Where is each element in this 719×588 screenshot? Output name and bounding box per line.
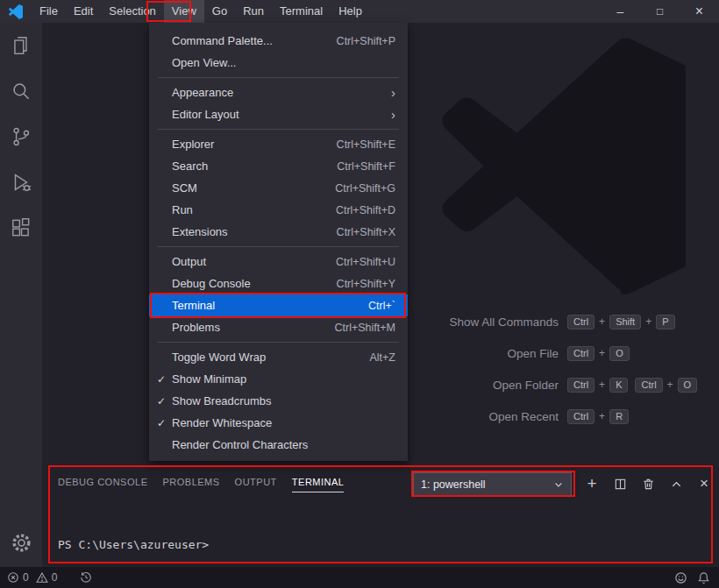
new-terminal-button[interactable]: + [581, 473, 602, 494]
terminal-select-value: 1: powershell [421, 478, 486, 491]
minimize-button[interactable]: – [601, 0, 640, 23]
menu-item-shortcut: Ctrl+Shift+F [337, 160, 395, 173]
window-controls: – □ × [601, 0, 719, 23]
maximize-panel-button[interactable] [666, 473, 687, 494]
menu-item-problems[interactable]: ✓ Problems Ctrl+Shift+M [149, 316, 408, 338]
warning-count: 0 [52, 571, 58, 584]
status-bar: 0 0 [0, 567, 719, 588]
check-icon: ✓ [157, 417, 172, 429]
menu-item-open-view[interactable]: ✓ Open View... [149, 52, 408, 74]
menu-item-label: Terminal [172, 299, 368, 312]
menu-item-label: Appearance [172, 86, 391, 99]
menubar-item-selection[interactable]: Selection [101, 0, 163, 23]
menu-item-run[interactable]: ✓ Run Ctrl+Shift+D [149, 199, 408, 221]
close-panel-button[interactable]: × [694, 473, 715, 494]
key-chip: O [678, 378, 698, 393]
errors-warnings-indicator[interactable]: 0 0 [7, 571, 61, 584]
menu-item-scm[interactable]: ✓ SCM Ctrl+Shift+G [149, 177, 408, 199]
menu-item-terminal[interactable]: ✓ Terminal Ctrl+` [149, 294, 408, 316]
menu-item-label: Toggle Word Wrap [172, 351, 369, 364]
key-chip: Ctrl [635, 378, 662, 393]
menu-separator [158, 342, 399, 343]
menu-item-output[interactable]: ✓ Output Ctrl+Shift+U [149, 251, 408, 273]
panel-tab-problems[interactable]: PROBLEMS [162, 477, 219, 492]
menu-item-toggle-word-wrap[interactable]: ✓ Toggle Word Wrap Alt+Z [149, 346, 408, 368]
explorer-icon[interactable] [0, 23, 42, 68]
vscode-watermark-logo [427, 37, 686, 295]
menu-item-label: Render Whitespace [172, 416, 395, 429]
terminal-output[interactable]: PS C:\Users\azureuser> [58, 538, 209, 551]
menu-item-show-breadcrumbs[interactable]: ✓ Show Breadcrumbs [149, 390, 408, 412]
panel-tab-debug-console[interactable]: DEBUG CONSOLE [58, 477, 147, 492]
menubar-item-file[interactable]: File [32, 0, 66, 23]
menu-item-label: SCM [172, 181, 335, 195]
menu-item-shortcut: Ctrl+Shift+E [337, 138, 395, 151]
history-icon[interactable] [80, 571, 92, 584]
menu-item-render-whitespace[interactable]: ✓ Render Whitespace [149, 412, 408, 434]
panel-tabs: DEBUG CONSOLE PROBLEMS OUTPUT TERMINAL [58, 477, 344, 492]
panel-tab-output[interactable]: OUTPUT [235, 477, 277, 492]
submenu-chevron-icon: › [391, 86, 395, 99]
menubar-item-run[interactable]: Run [235, 0, 272, 23]
settings-gear-icon[interactable] [0, 525, 42, 560]
menubar-item-help[interactable]: Help [331, 0, 370, 23]
menu-item-editor-layout[interactable]: ✓ Editor Layout › [149, 103, 408, 125]
menu-separator [158, 246, 399, 247]
menu-item-render-control-characters[interactable]: ✓ Render Control Characters [149, 434, 408, 456]
menu-item-shortcut: Ctrl+Shift+D [336, 204, 395, 216]
watermark-label: Open File [409, 347, 559, 360]
error-count: 0 [23, 571, 29, 584]
menubar-item-go[interactable]: Go [204, 0, 235, 23]
terminal-select[interactable]: 1: powershell [413, 472, 572, 496]
menu-item-label: Debug Console [172, 277, 337, 290]
menu-item-shortcut: Ctrl+Shift+G [335, 182, 395, 195]
split-terminal-button[interactable] [609, 473, 630, 494]
menu-item-explorer[interactable]: ✓ Explorer Ctrl+Shift+E [149, 133, 408, 155]
plus-separator: + [645, 315, 651, 328]
watermark-row: Open Folder Ctrl+KCtrl+O [409, 369, 697, 400]
menu-item-shortcut: Ctrl+Shift+Y [337, 278, 395, 290]
menu-item-label: Search [172, 159, 337, 173]
menu-item-extensions[interactable]: ✓ Extensions Ctrl+Shift+X [149, 221, 408, 243]
menu-separator [158, 77, 399, 78]
plus-separator: + [599, 347, 605, 359]
menu-item-search[interactable]: ✓ Search Ctrl+Shift+F [149, 155, 408, 177]
extensions-icon[interactable] [0, 205, 42, 251]
close-window-button[interactable]: × [680, 0, 719, 23]
menu-item-label: Show Minimap [172, 372, 395, 386]
watermark-row: Show All Commands Ctrl+Shift+P [409, 306, 697, 337]
watermark-label: Show All Commands [409, 315, 559, 329]
key-chip: Ctrl [567, 346, 594, 361]
maximize-button[interactable]: □ [640, 0, 680, 23]
menubar-item-terminal[interactable]: Terminal [272, 0, 331, 23]
check-icon: ✓ [157, 373, 172, 386]
menu-item-shortcut: Ctrl+` [368, 300, 395, 312]
menu-item-label: Run [172, 203, 336, 216]
menu-item-label: Output [172, 255, 336, 268]
search-icon[interactable] [0, 68, 42, 114]
chevron-down-icon [553, 479, 564, 490]
menu-item-command-palette[interactable]: ✓ Command Palette... Ctrl+Shift+P [149, 30, 408, 52]
plus-separator: + [667, 379, 673, 391]
menu-item-show-minimap[interactable]: ✓ Show Minimap [149, 368, 408, 390]
key-chip: Shift [609, 315, 641, 329]
notifications-bell-icon[interactable] [697, 571, 710, 584]
error-icon [7, 571, 19, 584]
menu-separator [158, 129, 399, 130]
run-debug-icon[interactable] [0, 159, 42, 205]
menu-item-label: Extensions [172, 225, 337, 238]
kill-terminal-button[interactable] [637, 473, 658, 494]
watermark-label: Open Folder [409, 379, 559, 392]
warning-icon [36, 571, 48, 584]
check-icon: ✓ [157, 395, 172, 407]
menu-item-shortcut: Ctrl+Shift+U [336, 256, 395, 268]
panel-tab-terminal[interactable]: TERMINAL [292, 477, 345, 492]
menu-item-label: Editor Layout [172, 108, 391, 121]
menu-item-debug-console[interactable]: ✓ Debug Console Ctrl+Shift+Y [149, 273, 408, 294]
menubar-item-view[interactable]: View [164, 0, 204, 23]
key-chip: K [609, 378, 628, 393]
source-control-icon[interactable] [0, 114, 42, 159]
feedback-smiley-icon[interactable] [674, 571, 687, 584]
menubar-item-edit[interactable]: Edit [66, 0, 101, 23]
menu-item-appearance[interactable]: ✓ Appearance › [149, 81, 408, 103]
